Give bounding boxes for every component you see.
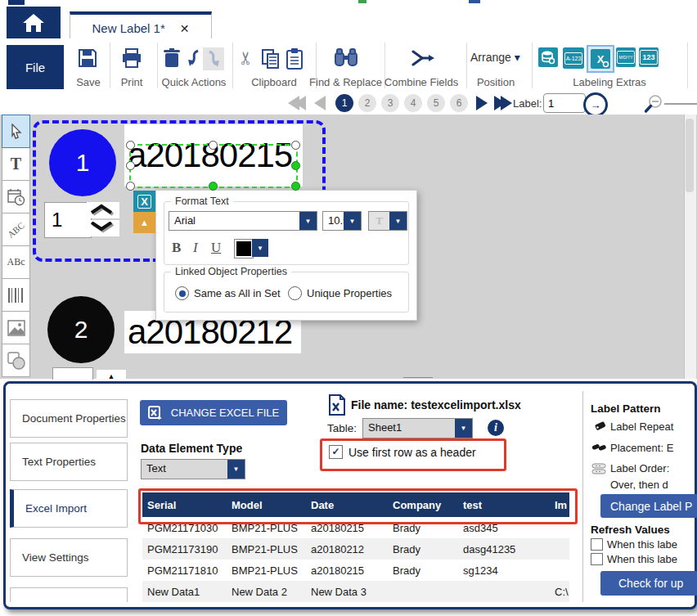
- column-header[interactable]: Im: [550, 499, 569, 511]
- selection-handle[interactable]: [126, 141, 135, 150]
- label2-spinner-partial[interactable]: [52, 367, 93, 380]
- print-icon[interactable]: [121, 47, 142, 69]
- selection-handle[interactable]: [209, 182, 218, 191]
- file-button[interactable]: File: [7, 45, 64, 89]
- chevron-down-icon[interactable]: ▼: [299, 212, 317, 230]
- sheet-select[interactable]: Sheet1 ▼: [362, 418, 473, 438]
- cut-icon[interactable]: ✂: [236, 51, 257, 65]
- check-for-updates-button[interactable]: Check for up: [600, 571, 697, 596]
- first-page-button[interactable]: [288, 96, 306, 114]
- arc-text-tool[interactable]: ABC: [2, 213, 30, 246]
- label-number-input[interactable]: [543, 93, 586, 113]
- tab-text-properties[interactable]: Text Properties: [10, 443, 128, 481]
- label2-spinner-button-partial[interactable]: ▲: [97, 370, 126, 379]
- date-time-tool[interactable]: [2, 180, 30, 214]
- label2-number-circle[interactable]: 2: [47, 296, 115, 363]
- data-element-type-select[interactable]: Text ▼: [141, 459, 245, 479]
- page-5-button[interactable]: 5: [427, 94, 445, 112]
- font-color-swatch[interactable]: [234, 239, 254, 259]
- zoom-slider[interactable]: [664, 103, 697, 105]
- warning-badge[interactable]: ▲: [133, 212, 155, 233]
- unique-properties-radio[interactable]: Unique Properties: [288, 286, 392, 300]
- barcode-tool[interactable]: [2, 278, 30, 312]
- next-page-button[interactable]: [476, 96, 488, 114]
- column-header[interactable]: Model: [227, 499, 306, 511]
- tab-excel-import[interactable]: Excel Import: [10, 489, 128, 528]
- column-header[interactable]: Company: [388, 499, 458, 511]
- close-icon[interactable]: ✕: [180, 22, 190, 35]
- number-123-extra-icon[interactable]: 123: [639, 47, 659, 67]
- zoom-out-magnifier-icon[interactable]: [643, 94, 664, 117]
- page-4-button[interactable]: 4: [404, 94, 422, 112]
- paste-icon[interactable]: [285, 47, 304, 70]
- date-extra-icon[interactable]: M/D/YY: [616, 47, 636, 67]
- excel-data-grid[interactable]: Serial Model Date Company test Im PGM211…: [142, 492, 569, 602]
- italic-button[interactable]: I: [193, 240, 198, 256]
- selection-handle[interactable]: [126, 161, 135, 170]
- chevron-down-icon[interactable]: ▼: [389, 212, 407, 230]
- spinner-up-button[interactable]: [87, 202, 119, 218]
- spinner-down-button[interactable]: [87, 220, 119, 236]
- page-6-button[interactable]: 6: [450, 94, 468, 112]
- font-color-dropdown[interactable]: ▼: [252, 239, 268, 257]
- find-replace-icon[interactable]: [334, 47, 358, 69]
- chevron-down-icon[interactable]: ▼: [227, 460, 245, 479]
- select-tool[interactable]: [2, 115, 30, 148]
- go-to-label-button[interactable]: →: [583, 92, 608, 117]
- page-2-button[interactable]: 2: [358, 94, 376, 112]
- last-page-button[interactable]: [494, 96, 512, 114]
- selection-handle[interactable]: [291, 141, 300, 150]
- text-style-combo[interactable]: T ▼: [368, 211, 407, 231]
- save-icon[interactable]: [77, 47, 98, 69]
- label1-spinner-value[interactable]: 1: [44, 202, 92, 238]
- use-first-row-checkbox[interactable]: ✓ Use first row as a header: [329, 445, 476, 459]
- excel-import-extra-icon[interactable]: X: [587, 45, 614, 73]
- column-header[interactable]: Serial: [142, 499, 227, 511]
- column-header[interactable]: test: [458, 499, 550, 511]
- table-row[interactable]: New Data1 New Data 2 New Data 3 C:\: [142, 581, 569, 602]
- document-tab[interactable]: New Label 1* ✕: [70, 11, 212, 42]
- tab-partial[interactable]: [10, 587, 128, 602]
- bold-button[interactable]: B: [172, 240, 181, 256]
- serial-a123-extra-icon[interactable]: A-123: [563, 47, 584, 69]
- text-tool[interactable]: T: [2, 147, 30, 181]
- font-family-combo[interactable]: Arial ▼: [169, 211, 317, 231]
- database-extra-icon[interactable]: [538, 47, 558, 67]
- table-row[interactable]: PGM21171810 BMP21-PLUS a20180215 Brady s…: [142, 560, 569, 581]
- info-icon[interactable]: i: [488, 420, 504, 436]
- copy-icon[interactable]: [260, 47, 281, 70]
- selection-handle[interactable]: [209, 141, 218, 150]
- chevron-down-icon[interactable]: ▼: [455, 419, 472, 438]
- rich-text-tool[interactable]: ABc: [2, 245, 30, 279]
- delete-icon[interactable]: [162, 47, 182, 69]
- canvas-scrollbar-thumb[interactable]: [686, 119, 694, 192]
- selection-handle[interactable]: [291, 182, 300, 191]
- label1-number-circle[interactable]: 1: [49, 129, 116, 196]
- combine-fields-icon[interactable]: [411, 47, 435, 69]
- image-tool[interactable]: [2, 311, 30, 344]
- font-size-combo[interactable]: 10.5 ▼: [322, 211, 362, 231]
- excel-linked-badge[interactable]: X: [133, 191, 155, 212]
- arrange-dropdown[interactable]: Arrange ▾: [470, 51, 520, 64]
- refresh-checkbox-1[interactable]: When this labe: [591, 538, 677, 551]
- same-as-all-radio[interactable]: Same as All in Set: [175, 286, 281, 300]
- previous-page-button[interactable]: [314, 96, 326, 114]
- page-3-button[interactable]: 3: [381, 94, 399, 112]
- selection-handle[interactable]: [291, 161, 300, 170]
- column-header[interactable]: Date: [306, 499, 388, 511]
- change-excel-file-button[interactable]: CHANGE EXCEL FILE: [140, 400, 287, 425]
- chevron-down-icon[interactable]: ▼: [344, 212, 361, 230]
- change-label-pattern-button[interactable]: Change Label P: [600, 494, 697, 518]
- underline-button[interactable]: U: [211, 240, 221, 256]
- table-row[interactable]: PGM21173190 BMP21-PLUS a20180212 Brady d…: [142, 538, 569, 560]
- tab-view-settings[interactable]: View Settings: [10, 538, 128, 577]
- page-1-button[interactable]: 1: [335, 94, 353, 112]
- calendar-clock-icon: [7, 188, 25, 206]
- table-row[interactable]: PGM21171030 BMP21-PLUS a20180215 Brady a…: [142, 517, 569, 538]
- home-button[interactable]: [7, 7, 61, 38]
- undo-icon[interactable]: [185, 47, 203, 69]
- selection-handle[interactable]: [126, 182, 135, 191]
- tab-document-properties[interactable]: Document Properties: [10, 399, 128, 438]
- shapes-tool[interactable]: [2, 344, 30, 377]
- refresh-checkbox-2[interactable]: When this labe: [591, 553, 677, 565]
